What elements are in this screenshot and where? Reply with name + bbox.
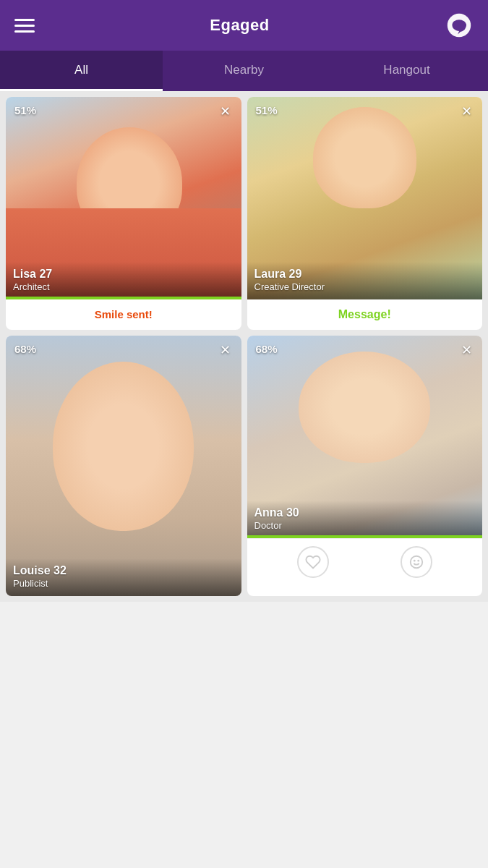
app-header: Egaged <box>0 0 488 51</box>
card-lisa-bar <box>6 297 241 299</box>
card-anna-name: Anna 30 <box>254 506 476 519</box>
card-anna-close[interactable]: ✕ <box>458 341 475 359</box>
card-lisa: 51% ✕ Lisa 27 Architect Smile sent! <box>6 97 241 330</box>
card-anna-job: Doctor <box>254 520 476 531</box>
tab-bar: All Nearby Hangout <box>0 51 488 91</box>
card-lisa-close[interactable]: ✕ <box>217 103 234 120</box>
card-lisa-percent: 51% <box>14 104 36 116</box>
tab-nearby[interactable]: Nearby <box>163 51 325 91</box>
card-lisa-job: Architect <box>13 281 234 292</box>
card-laura-name: Laura 29 <box>254 268 476 281</box>
card-lisa-footer: Smile sent! <box>6 299 241 330</box>
card-lisa-smile-text: Smile sent! <box>95 308 153 320</box>
tab-hangout[interactable]: Hangout <box>325 51 488 91</box>
card-louise-info: Louise 32 Publicist <box>6 558 241 596</box>
card-lisa-image[interactable]: 51% ✕ Lisa 27 Architect <box>6 97 241 299</box>
menu-button[interactable] <box>14 19 35 33</box>
card-louise-close[interactable]: ✕ <box>217 341 234 359</box>
card-laura-message-text[interactable]: Message! <box>338 308 391 320</box>
card-anna-smiley-button[interactable] <box>401 546 432 578</box>
svg-point-1 <box>410 556 422 569</box>
card-anna-image[interactable]: 68% ✕ Anna 30 Doctor <box>247 336 483 538</box>
card-anna-percent: 68% <box>256 343 278 355</box>
card-laura-job: Creative Director <box>254 281 476 292</box>
card-laura-footer: Message! <box>247 299 483 330</box>
card-laura-percent: 51% <box>256 104 278 116</box>
app-title: Egaged <box>210 16 269 35</box>
chat-icon <box>446 12 472 38</box>
card-laura-image[interactable]: 51% ✕ Laura 29 Creative Director <box>247 97 483 299</box>
card-anna-bar <box>247 535 483 538</box>
card-louise: 68% ✕ Louise 32 Publicist <box>6 336 241 596</box>
card-anna-actions <box>247 538 483 585</box>
card-anna-heart-button[interactable] <box>297 546 329 578</box>
card-lisa-name: Lisa 27 <box>13 268 234 281</box>
profile-grid: 51% ✕ Lisa 27 Architect Smile sent! 51% … <box>0 91 488 602</box>
heart-icon <box>305 554 321 570</box>
card-laura-info: Laura 29 Creative Director <box>247 262 483 299</box>
card-laura-close[interactable]: ✕ <box>458 103 475 120</box>
card-anna-info: Anna 30 Doctor <box>247 501 483 538</box>
card-louise-job: Publicist <box>13 578 234 589</box>
chat-button[interactable] <box>445 11 474 40</box>
card-louise-name: Louise 32 <box>13 564 234 577</box>
tab-all[interactable]: All <box>0 51 163 91</box>
card-lisa-info: Lisa 27 Architect <box>6 262 241 299</box>
card-louise-percent: 68% <box>14 343 36 355</box>
card-louise-image[interactable]: 68% ✕ Louise 32 Publicist <box>6 336 241 596</box>
card-laura: 51% ✕ Laura 29 Creative Director Message… <box>247 97 483 330</box>
smiley-icon <box>408 554 424 570</box>
card-anna: 68% ✕ Anna 30 Doctor <box>247 336 483 596</box>
